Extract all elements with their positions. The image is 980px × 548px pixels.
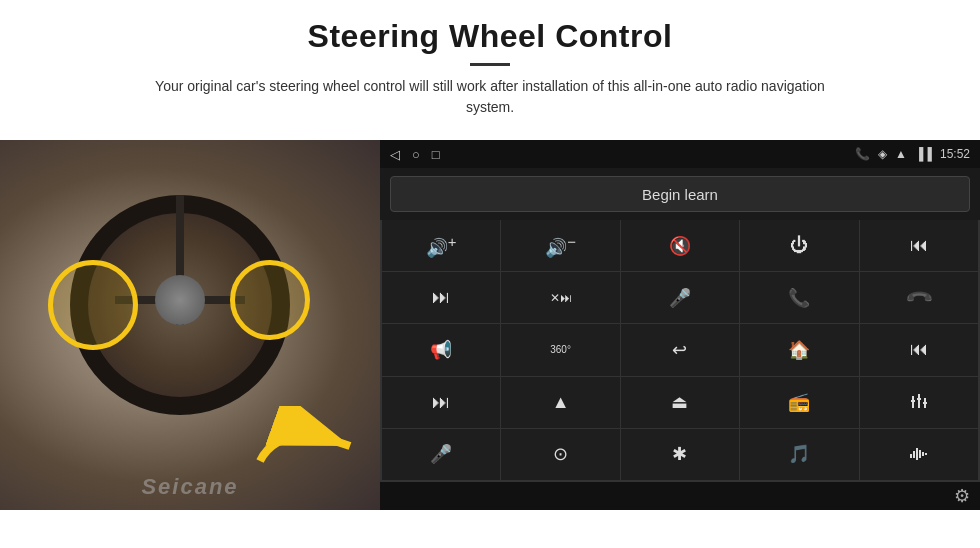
- skip-icon: ✕⏭: [550, 291, 572, 305]
- status-bar-left: ◁ ○ □: [390, 147, 440, 162]
- page-wrapper: Steering Wheel Control Your original car…: [0, 0, 980, 548]
- title-divider: [470, 63, 510, 66]
- hang-up-button[interactable]: 📞: [860, 272, 978, 323]
- recents-nav-icon[interactable]: □: [432, 147, 440, 162]
- subtitle-text: Your original car's steering wheel contr…: [140, 76, 840, 118]
- vol-down-icon: 🔊−: [545, 233, 576, 259]
- navigate-icon: ▲: [552, 392, 570, 413]
- skip-button[interactable]: ✕⏭: [501, 272, 619, 323]
- vol-down-button[interactable]: 🔊−: [501, 220, 619, 271]
- android-panel: ◁ ○ □ 📞 ◈ ▲ ▐▐ 15:52 Begin learn: [380, 140, 980, 510]
- arrow-svg: [250, 406, 370, 486]
- location-status-icon: ◈: [878, 147, 887, 161]
- mic2-button[interactable]: 🎤: [382, 429, 500, 480]
- vol-up-icon: 🔊+: [426, 233, 457, 259]
- rewind-icon: ⏮: [910, 339, 928, 360]
- back-nav-icon[interactable]: ◁: [390, 147, 400, 162]
- navigate-button[interactable]: ▲: [501, 377, 619, 428]
- waveform-icon: [909, 444, 929, 464]
- prev-track-button[interactable]: ⏮: [860, 220, 978, 271]
- title-section: Steering Wheel Control Your original car…: [140, 18, 840, 118]
- horn-button[interactable]: 📢: [382, 324, 500, 375]
- gear-settings-icon[interactable]: ⚙: [954, 485, 970, 507]
- mute-button[interactable]: 🔇: [621, 220, 739, 271]
- phone-status-icon: 📞: [855, 147, 870, 161]
- power-button[interactable]: ⏻: [740, 220, 858, 271]
- home-nav-icon[interactable]: ○: [412, 147, 420, 162]
- page-title: Steering Wheel Control: [140, 18, 840, 55]
- equalizer-icon: [909, 392, 929, 412]
- gear-row: ⚙: [380, 482, 980, 510]
- eq-button[interactable]: [860, 377, 978, 428]
- eject-icon: ⏏: [671, 391, 688, 413]
- fast-forward-icon: ⏭: [432, 392, 450, 413]
- arrow-indicator: [250, 406, 370, 490]
- mic-button[interactable]: 🎤: [621, 272, 739, 323]
- home-button[interactable]: 🏠: [740, 324, 858, 375]
- vol-up-button[interactable]: 🔊+: [382, 220, 500, 271]
- call-button[interactable]: 📞: [740, 272, 858, 323]
- waveform-button[interactable]: [860, 429, 978, 480]
- radio-button[interactable]: 📻: [740, 377, 858, 428]
- begin-learn-row: Begin learn: [380, 168, 980, 220]
- back-icon: ↩: [672, 339, 687, 361]
- home-icon: 🏠: [788, 339, 810, 361]
- time-display: 15:52: [940, 147, 970, 161]
- music-icon: 🎵: [788, 443, 810, 465]
- highlight-circle-left: [48, 260, 138, 350]
- scroll-button[interactable]: ⊙: [501, 429, 619, 480]
- controls-grid: 🔊+ 🔊− 🔇 ⏻ ⏮ ⏭ ✕⏭ 🎤 📞 📞 📢 360° ↩ 🏠 ⏮ ⏭: [380, 220, 980, 482]
- wifi-status-icon: ▲: [895, 147, 907, 161]
- content-area: Seicane ◁ ○ □ 📞 ◈ ▲ ▐▐ 15:52: [0, 140, 980, 510]
- status-bar-right: 📞 ◈ ▲ ▐▐ 15:52: [855, 147, 970, 161]
- prev-track-icon: ⏮: [910, 235, 928, 256]
- next-icon: ⏭: [432, 287, 450, 308]
- begin-learn-button[interactable]: Begin learn: [390, 176, 970, 212]
- highlight-circle-right: [230, 260, 310, 340]
- call-icon: 📞: [788, 287, 810, 309]
- bluetooth-icon: ✱: [672, 443, 687, 465]
- back-button[interactable]: ↩: [621, 324, 739, 375]
- rewind-button[interactable]: ⏮: [860, 324, 978, 375]
- bluetooth-button[interactable]: ✱: [621, 429, 739, 480]
- music-button[interactable]: 🎵: [740, 429, 858, 480]
- hang-up-icon: 📞: [903, 282, 934, 313]
- radio-icon: 📻: [788, 391, 810, 413]
- horn-icon: 📢: [430, 339, 452, 361]
- mic-icon: 🎤: [669, 287, 691, 309]
- seicane-watermark: Seicane: [141, 474, 238, 500]
- scroll-icon: ⊙: [553, 443, 568, 465]
- status-bar: ◁ ○ □ 📞 ◈ ▲ ▐▐ 15:52: [380, 140, 980, 168]
- next-button[interactable]: ⏭: [382, 272, 500, 323]
- power-icon: ⏻: [790, 235, 808, 256]
- signal-status-icon: ▐▐: [915, 147, 932, 161]
- mic2-icon: 🎤: [430, 443, 452, 465]
- camera-360-button[interactable]: 360°: [501, 324, 619, 375]
- eject-button[interactable]: ⏏: [621, 377, 739, 428]
- fast-forward-button[interactable]: ⏭: [382, 377, 500, 428]
- mute-icon: 🔇: [669, 235, 691, 257]
- camera-360-icon: 360°: [550, 344, 571, 355]
- sw-center-hub: [155, 275, 205, 325]
- steering-wheel-image: Seicane: [0, 140, 380, 510]
